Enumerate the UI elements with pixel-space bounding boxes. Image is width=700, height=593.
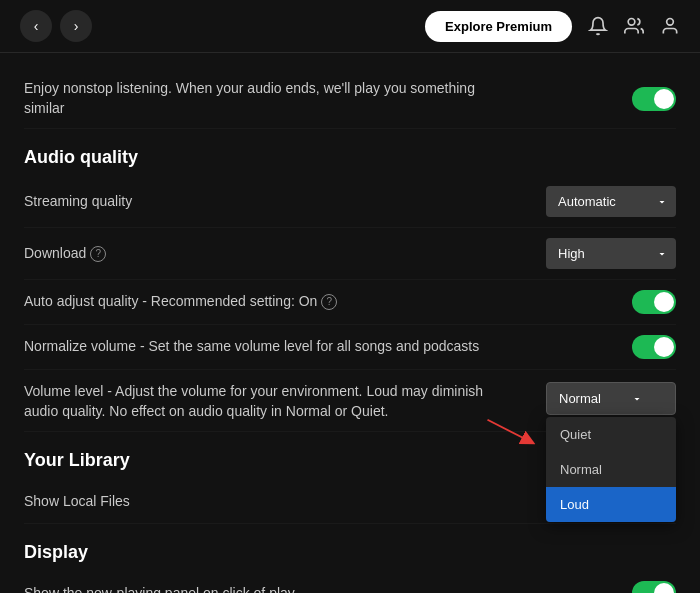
profile-button[interactable] xyxy=(660,16,680,36)
auto-adjust-row: Auto adjust quality - Recommended settin… xyxy=(24,280,676,325)
people-icon xyxy=(624,16,644,36)
explore-premium-button[interactable]: Explore Premium xyxy=(425,11,572,42)
streaming-quality-select[interactable]: Automatic Low Normal High Very High xyxy=(546,186,676,217)
download-label: Download ? xyxy=(24,244,106,264)
download-quality-row: Download ? Low Normal High Very High xyxy=(24,228,676,280)
top-bar: ‹ › Explore Premium xyxy=(0,0,700,53)
display-title: Display xyxy=(24,542,676,563)
bell-icon xyxy=(588,16,608,36)
audio-quality-title: Audio quality xyxy=(24,147,676,168)
chevron-down-icon xyxy=(631,393,643,405)
streaming-quality-row: Streaming quality Automatic Low Normal H… xyxy=(24,176,676,228)
download-help-icon[interactable]: ? xyxy=(90,246,106,262)
auto-adjust-help-icon[interactable]: ? xyxy=(321,294,337,310)
user-icon xyxy=(660,16,680,36)
show-nowplaying-toggle[interactable] xyxy=(632,581,676,593)
autoplay-label: Enjoy nonstop listening. When your audio… xyxy=(24,79,504,118)
svg-point-1 xyxy=(667,19,674,26)
show-local-files-label: Show Local Files xyxy=(24,492,130,512)
settings-content: Enjoy nonstop listening. When your audio… xyxy=(0,53,700,593)
volume-level-label: Volume level - Adjust the volume for you… xyxy=(24,382,504,421)
auto-adjust-label: Auto adjust quality - Recommended settin… xyxy=(24,292,337,312)
volume-current-value: Normal xyxy=(559,391,601,406)
volume-option-normal[interactable]: Normal xyxy=(546,452,676,487)
volume-option-quiet[interactable]: Quiet xyxy=(546,417,676,452)
normalize-toggle[interactable] xyxy=(632,335,676,359)
volume-option-loud[interactable]: Loud xyxy=(546,487,676,522)
volume-select-box[interactable]: Normal xyxy=(546,382,676,415)
download-quality-select[interactable]: Low Normal High Very High xyxy=(546,238,676,269)
streaming-quality-label: Streaming quality xyxy=(24,192,132,212)
top-right: Explore Premium xyxy=(425,11,680,42)
autoplay-toggle[interactable] xyxy=(632,87,676,111)
svg-point-0 xyxy=(628,19,635,26)
nav-back-button[interactable]: ‹ xyxy=(20,10,52,42)
notifications-button[interactable] xyxy=(588,16,608,36)
normalize-row: Normalize volume - Set the same volume l… xyxy=(24,325,676,370)
volume-level-row: Volume level - Adjust the volume for you… xyxy=(24,370,676,432)
social-button[interactable] xyxy=(624,16,644,36)
volume-dropdown-menu: Quiet Normal Loud xyxy=(546,417,676,522)
autoplay-row: Enjoy nonstop listening. When your audio… xyxy=(24,69,676,129)
auto-adjust-toggle[interactable] xyxy=(632,290,676,314)
nav-buttons: ‹ › xyxy=(20,10,92,42)
volume-dropdown-wrapper: Normal Quiet Normal Loud xyxy=(546,382,676,415)
show-nowplaying-row: Show the now-playing panel on click of p… xyxy=(24,571,676,593)
app-container: ‹ › Explore Premium Enjoy nonstop listen… xyxy=(0,0,700,593)
normalize-label: Normalize volume - Set the same volume l… xyxy=(24,337,479,357)
nav-forward-button[interactable]: › xyxy=(60,10,92,42)
show-nowplaying-label: Show the now-playing panel on click of p… xyxy=(24,584,295,593)
